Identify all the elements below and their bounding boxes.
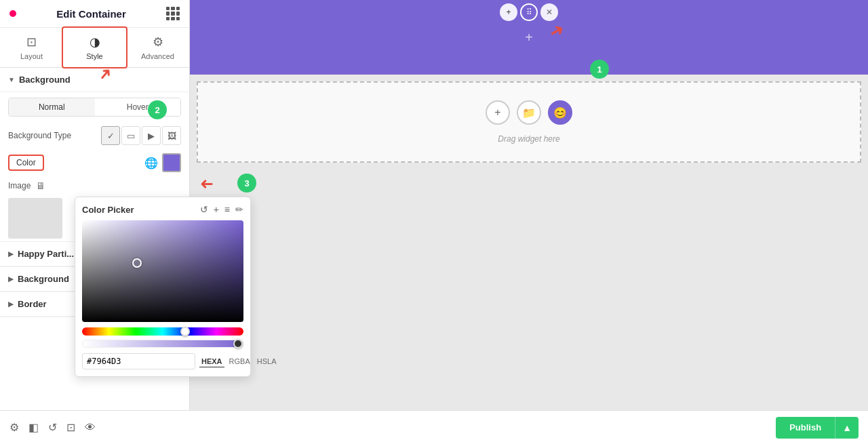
opacity-slider-container (82, 340, 190, 348)
style-icon: ◑ (90, 35, 100, 49)
gradient-background (82, 220, 190, 322)
container-plus-icon[interactable]: + (525, 30, 533, 45)
gear-icon: ⚙ (153, 35, 163, 49)
picker-title: Color Picker (82, 205, 134, 215)
emoji-btn[interactable]: 😊 (548, 100, 572, 125)
color-picker-popup: Color Picker ↺ + ≡ ✏ (75, 197, 190, 377)
background-type-icons: ✓ ▭ ▶ 🖼 (101, 126, 181, 145)
type-video-btn[interactable]: ▶ (142, 126, 161, 145)
tab-advanced[interactable]: ⚙ Advanced (126, 28, 189, 67)
panel-title: Edit Container (56, 8, 126, 20)
grid-handle-btn[interactable]: ⠿ (520, 3, 538, 21)
hue-slider[interactable] (82, 327, 190, 336)
drag-widget-text: Drag widget here (498, 134, 559, 144)
history-icon[interactable]: ↺ (48, 421, 57, 434)
container-toolbar: + ⠿ ✕ (500, 3, 558, 21)
state-tabs: Normal Hover (8, 98, 181, 117)
picker-header: Color Picker ↺ + ≡ ✏ (82, 204, 190, 215)
background-type-label: Background Type (8, 131, 71, 140)
panel-tabs: ⊡ Layout ◑ Style ⚙ Advanced (0, 28, 189, 68)
type-classic-btn[interactable]: ▭ (121, 126, 140, 145)
add-widget-btn[interactable]: + (486, 100, 510, 125)
chevron-down-icon: ▼ (8, 76, 15, 83)
publish-chevron-icon[interactable]: ▲ (835, 417, 859, 439)
happy-section-title: Happy Parti... (18, 249, 74, 259)
color-controls: 🌐 (144, 153, 181, 172)
chevron-right-icon3: ▶ (8, 300, 14, 308)
hue-slider-container (82, 327, 190, 336)
canvas-area: + ⠿ ✕ + + 📁 😊 Drag widget here (190, 0, 868, 410)
hex-input[interactable] (82, 353, 190, 369)
color-gradient-picker[interactable] (82, 220, 190, 322)
bottom-bar: ⚙ ◧ ↺ ⊡ 👁 Publish ▲ (0, 410, 868, 444)
monitor-icon[interactable]: 🖥 (36, 180, 45, 191)
publish-button[interactable]: Publish ▲ (776, 417, 859, 439)
type-slideshow-btn[interactable]: 🖼 (162, 126, 181, 145)
tab-advanced-label: Advanced (141, 52, 174, 60)
tab-layout-label: Layout (20, 52, 43, 60)
responsive-icon[interactable]: ⊡ (66, 421, 75, 434)
layers-icon[interactable]: ◧ (28, 421, 39, 434)
chevron-right-icon: ▶ (8, 250, 14, 258)
app-dot (9, 10, 16, 17)
hex-row: HEXA RGBA HSLA (82, 353, 190, 369)
tab-layout[interactable]: ⊡ Layout (0, 28, 63, 67)
gradient-cursor (132, 258, 142, 268)
state-tab-normal[interactable]: Normal (9, 98, 95, 116)
apps-grid-icon[interactable] (166, 7, 180, 20)
tab-style-label: Style (86, 52, 102, 60)
image-label: Image (8, 181, 31, 190)
globe-icon[interactable]: 🌐 (144, 157, 158, 169)
border-section-title: Border (18, 299, 47, 309)
chevron-right-icon2: ▶ (8, 275, 14, 283)
preview-icon[interactable]: 👁 (85, 422, 96, 434)
background-type-row: Background Type ✓ ▭ ▶ 🖼 (0, 122, 189, 149)
settings-icon[interactable]: ⚙ (9, 421, 19, 434)
sidebar-header: Edit Container (0, 0, 189, 28)
purple-container: + ⠿ ✕ + (190, 0, 868, 75)
image-preview (8, 198, 62, 239)
background-section-title: Background (19, 75, 71, 85)
lower-container-actions: + 📁 😊 (486, 100, 572, 125)
hue-thumb (180, 327, 190, 336)
opacity-slider[interactable] (82, 340, 190, 348)
state-tab-hover[interactable]: Hover (95, 98, 181, 116)
add-container-btn[interactable]: + (500, 3, 517, 21)
bottom-icons: ⚙ ◧ ↺ ⊡ 👁 (9, 421, 96, 434)
color-label[interactable]: Color (8, 155, 44, 171)
color-swatch[interactable] (162, 153, 181, 172)
lower-container: + 📁 😊 Drag widget here (197, 81, 861, 163)
background-section-header[interactable]: ▼ Background (0, 68, 189, 92)
image-row: Image 🖥 (0, 176, 189, 195)
sidebar: Edit Container ⊡ Layout ◑ Style ⚙ Advanc… (0, 0, 190, 410)
publish-label: Publish (776, 417, 835, 438)
close-container-btn[interactable]: ✕ (540, 3, 558, 21)
color-row: Color 🌐 (0, 149, 189, 176)
background2-section-title: Background (18, 274, 69, 284)
tab-style[interactable]: ◑ Style (63, 28, 126, 67)
type-none-btn[interactable]: ✓ (101, 126, 120, 145)
layout-icon: ⊡ (26, 35, 37, 49)
folder-btn[interactable]: 📁 (517, 100, 541, 125)
